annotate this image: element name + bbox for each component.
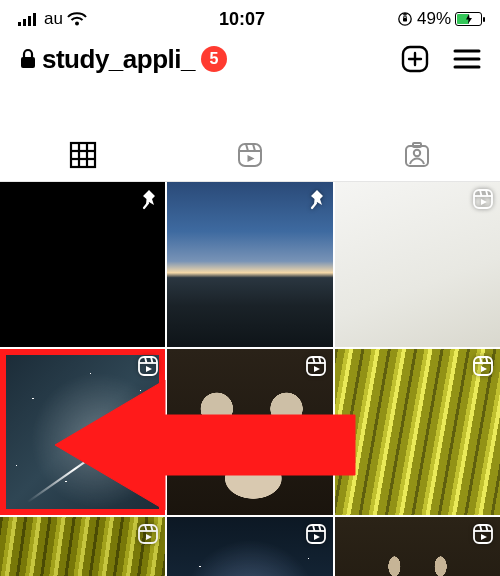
reel-icon [137,523,159,545]
svg-rect-7 [21,57,35,68]
orientation-lock-icon [397,11,413,27]
battery-percent: 49% [417,9,451,29]
posts-grid [0,182,500,576]
reel-icon [472,355,494,377]
pin-icon [305,188,327,210]
header-actions [400,44,482,74]
post-thumbnail[interactable] [167,349,332,514]
tagged-icon [402,140,432,170]
svg-point-4 [75,22,79,26]
svg-rect-6 [403,18,407,22]
tab-tagged[interactable] [333,128,500,181]
svg-line-21 [246,144,248,151]
reels-icon [235,140,265,170]
clock: 10:07 [87,9,397,30]
svg-rect-3 [33,13,36,26]
menu-button[interactable] [452,47,482,71]
status-right: 49% [397,9,482,29]
reel-icon [305,355,327,377]
profile-header: study_appli_ 5 [0,34,500,88]
post-thumbnail[interactable] [0,349,165,514]
pin-icon [137,188,159,210]
wifi-icon [67,12,87,26]
reel-icon [137,355,159,377]
reel-icon [472,188,494,210]
svg-point-24 [413,149,419,155]
tab-reels[interactable] [167,128,334,181]
signal-icon [18,12,38,26]
profile-tabs [0,128,500,182]
grid-icon [68,140,98,170]
username-label[interactable]: study_appli_ [42,44,195,75]
reel-icon [472,523,494,545]
svg-rect-2 [28,16,31,26]
post-thumbnail[interactable] [167,517,332,576]
post-thumbnail[interactable] [335,182,500,347]
post-thumbnail[interactable] [167,182,332,347]
svg-rect-14 [71,143,95,167]
status-bar: au 10:07 49% [0,0,500,34]
create-button[interactable] [400,44,430,74]
reel-icon [305,523,327,545]
svg-rect-0 [18,22,21,26]
svg-line-22 [253,144,255,151]
carrier-label: au [44,9,63,29]
profile-summary-spacer [0,88,500,128]
svg-rect-19 [239,144,261,166]
post-thumbnail[interactable] [0,517,165,576]
lock-icon [18,48,38,70]
tab-posts-grid[interactable] [0,128,167,181]
battery-icon [455,12,482,26]
status-left: au [18,9,87,29]
notification-badge[interactable]: 5 [201,46,227,72]
post-thumbnail[interactable] [0,182,165,347]
svg-rect-1 [23,19,26,26]
post-thumbnail[interactable] [335,517,500,576]
post-thumbnail[interactable] [335,349,500,514]
